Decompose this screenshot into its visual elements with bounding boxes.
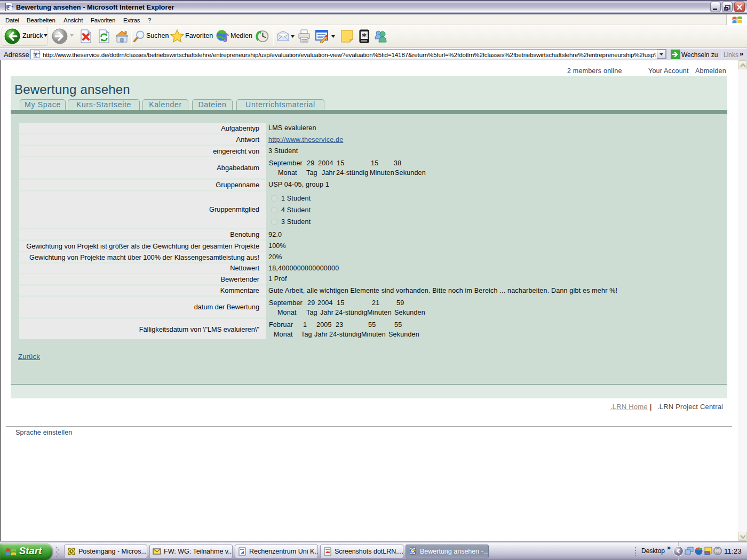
svg-text:e: e: [6, 3, 10, 11]
svg-text:e: e: [35, 51, 37, 58]
